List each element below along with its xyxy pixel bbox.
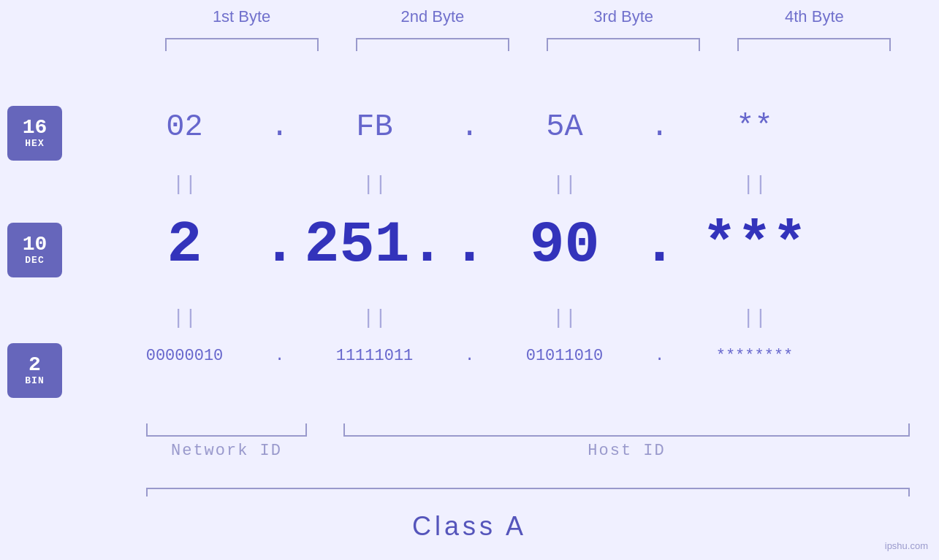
bin-dot3: . bbox=[642, 347, 678, 365]
host-id-label: Host ID bbox=[343, 442, 910, 460]
eq1-byte3: || bbox=[488, 173, 642, 196]
dec-byte3: 90 bbox=[488, 212, 642, 278]
bin-dot1: . bbox=[262, 347, 298, 365]
byte2-header: 2nd Byte bbox=[356, 7, 509, 26]
bracket-byte3 bbox=[547, 38, 700, 51]
top-brackets bbox=[146, 38, 910, 51]
hex-byte3: 5A bbox=[488, 110, 642, 145]
dec-dot1: . bbox=[262, 212, 298, 278]
hex-byte4: ** bbox=[678, 110, 832, 145]
eq1-byte2: || bbox=[298, 173, 452, 196]
byte4-header: 4th Byte bbox=[737, 7, 891, 26]
bracket-byte1 bbox=[165, 38, 319, 51]
equals-row-2: || || || || bbox=[0, 307, 939, 329]
bin-byte3: 01011010 bbox=[488, 347, 642, 365]
bin-row: 00000010 . 11111011 . 01011010 . *******… bbox=[0, 347, 939, 365]
eq2-byte3: || bbox=[488, 307, 642, 329]
dec-byte4: *** bbox=[678, 212, 832, 278]
class-bracket bbox=[146, 488, 910, 489]
bin-badge-label: BIN bbox=[25, 375, 44, 386]
network-id-label: Network ID bbox=[146, 442, 307, 460]
hex-row: 02 . FB . 5A . ** bbox=[0, 110, 939, 145]
equals-row-1: || || || || bbox=[0, 173, 939, 196]
eq2-byte1: || bbox=[108, 307, 262, 329]
byte1-header: 1st Byte bbox=[165, 7, 319, 26]
hex-dot1: . bbox=[262, 110, 298, 145]
eq2-byte2: || bbox=[298, 307, 452, 329]
host-bracket bbox=[343, 423, 910, 437]
hex-byte1: 02 bbox=[108, 110, 262, 145]
hex-byte2: FB bbox=[298, 110, 452, 145]
bin-byte1: 00000010 bbox=[108, 347, 262, 365]
watermark: ipshu.com bbox=[885, 540, 928, 551]
eq1-byte1: || bbox=[108, 173, 262, 196]
bracket-byte4 bbox=[737, 38, 891, 51]
dec-dot3: . bbox=[642, 212, 678, 278]
bracket-byte2 bbox=[356, 38, 509, 51]
bin-byte2: 11111011 bbox=[298, 347, 452, 365]
dec-byte2: 251. bbox=[298, 212, 452, 278]
hex-dot3: . bbox=[642, 110, 678, 145]
bin-dot2: . bbox=[452, 347, 488, 365]
byte-headers: 1st Byte 2nd Byte 3rd Byte 4th Byte bbox=[146, 7, 910, 26]
class-a-label: Class A bbox=[0, 511, 939, 542]
hex-dot2: . bbox=[452, 110, 488, 145]
network-bracket bbox=[146, 423, 307, 437]
dec-byte1: 2 bbox=[108, 212, 262, 278]
dec-row: 2 . 251. . 90 . *** bbox=[0, 212, 939, 278]
bottom-brackets bbox=[146, 423, 910, 437]
dec-dot2: . bbox=[452, 212, 488, 278]
eq2-byte4: || bbox=[678, 307, 832, 329]
bin-byte4: ******** bbox=[678, 347, 832, 365]
eq1-byte4: || bbox=[678, 173, 832, 196]
page: 1st Byte 2nd Byte 3rd Byte 4th Byte 16 H… bbox=[0, 0, 939, 560]
byte3-header: 3rd Byte bbox=[547, 7, 700, 26]
